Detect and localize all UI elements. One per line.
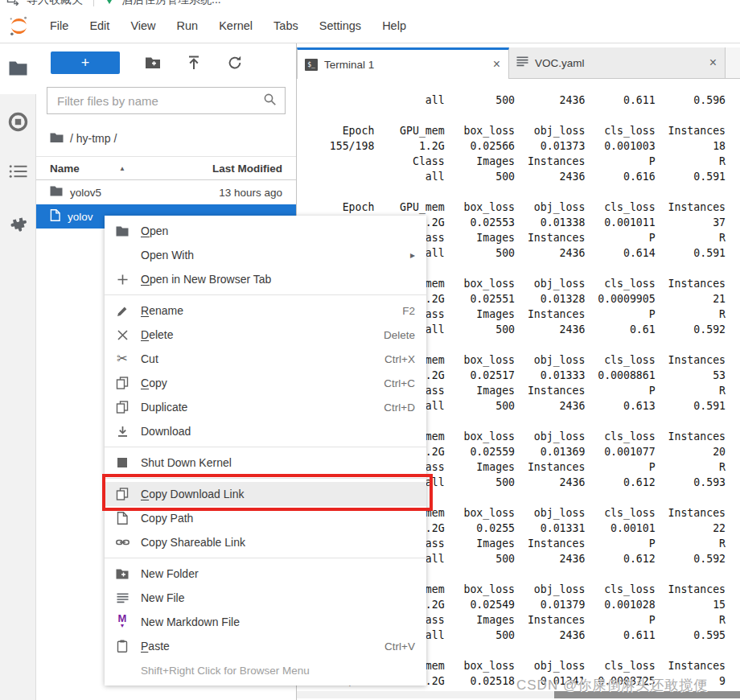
file-list-header: Name ▲ Last Modified (36, 156, 296, 180)
menu-separator (105, 558, 426, 558)
menu-help[interactable]: Help (372, 14, 417, 37)
menu-item-label: Shut Down Kernel (141, 456, 415, 469)
menu-item-new-markdown-file[interactable]: M▼New Markdown File (105, 610, 426, 634)
menu-bar: FileEditViewRunKernelTabsSettingsHelp (0, 9, 740, 43)
file-name: yolov (68, 211, 93, 223)
refresh-button[interactable] (227, 55, 243, 71)
last-modified-value: 13 hours ago (219, 187, 282, 199)
file-lines-icon (114, 593, 130, 603)
filter-placeholder: Filter files by name (57, 94, 263, 108)
menu-item-label: Open in New Browser Tab (141, 273, 415, 286)
context-menu: OpenOpen With▸Open in New Browser TabRen… (105, 216, 426, 686)
menu-item-label: Open (141, 224, 415, 237)
menu-tabs[interactable]: Tabs (263, 14, 309, 37)
menu-item-rename[interactable]: RenameF2 (105, 299, 426, 323)
close-icon (114, 330, 130, 340)
jupyterlab-window: 导入收藏夹 酒店住房管理系统... FileEditViewRunKernelT… (0, 0, 740, 700)
menu-item-label: Shift+Right Click for Browser Menu (141, 665, 415, 677)
menu-item-copy-shareable-link[interactable]: Copy Shareable Link (105, 530, 426, 554)
file-row-yolov5[interactable]: yolov513 hours ago (36, 180, 296, 204)
menu-item-new-file[interactable]: New File (105, 586, 426, 610)
menu-item-delete[interactable]: DeleteDelete (105, 323, 426, 347)
bookmarks-divider (93, 0, 94, 6)
new-launcher-button[interactable]: + (51, 51, 120, 74)
jupyter-logo (8, 15, 30, 37)
download-icon (114, 426, 130, 438)
breadcrumb[interactable]: / hy-tmp / (36, 129, 296, 148)
menu-separator (105, 294, 426, 295)
menu-run[interactable]: Run (166, 14, 209, 37)
file-icon (114, 512, 130, 525)
markdown-icon: M▼ (114, 615, 130, 629)
import-favorites-label[interactable]: 导入收藏夹 (27, 0, 83, 7)
paste-icon (114, 640, 130, 653)
column-last-modified[interactable]: Last Modified (212, 163, 282, 175)
filter-files-input[interactable]: Filter files by name (47, 87, 286, 114)
activity-bar (0, 43, 36, 700)
menu-item-shortcut: Ctrl+C (384, 377, 415, 389)
menu-item-paste[interactable]: PasteCtrl+V (105, 634, 426, 658)
folder-icon (114, 226, 130, 237)
plus-icon (114, 274, 130, 286)
menu-edit[interactable]: Edit (79, 14, 120, 37)
file-lines-icon (516, 56, 528, 69)
pencil-icon (114, 305, 130, 317)
menu-item-open[interactable]: Open (105, 219, 426, 243)
scissors-icon: ✂ (114, 352, 130, 365)
copy-icon (114, 377, 130, 389)
home-folder-icon[interactable] (50, 132, 64, 146)
menu-item-open-with[interactable]: Open With▸ (105, 243, 426, 267)
terminal-icon: $_ (305, 59, 318, 71)
tab-voc-yaml[interactable]: VOC.yaml× (509, 47, 726, 78)
menu-item-label: New Folder (141, 567, 415, 580)
menu-view[interactable]: View (120, 14, 166, 37)
link-icon (114, 537, 130, 547)
menu-item-cut[interactable]: ✂CutCtrl+X (105, 347, 426, 371)
menu-item-label: New Markdown File (141, 616, 415, 628)
menu-item-new-folder[interactable]: New Folder (105, 562, 426, 586)
close-icon[interactable]: × (493, 58, 500, 71)
sort-ascending-icon[interactable]: ▲ (119, 165, 212, 172)
menu-separator (105, 447, 426, 447)
menu-item-label: Paste (141, 640, 370, 653)
copy-icon (114, 401, 130, 414)
bookmark-site-label[interactable]: 酒店住房管理系统... (121, 0, 221, 7)
menu-settings[interactable]: Settings (309, 14, 372, 37)
new-folder-icon (114, 569, 130, 579)
running-kernels-icon[interactable] (0, 112, 36, 132)
close-icon[interactable]: × (709, 56, 717, 69)
folder-icon[interactable] (0, 61, 36, 76)
red-annotation-box (102, 474, 433, 511)
menu-item-label: Rename (141, 304, 388, 317)
upload-button[interactable] (186, 55, 202, 70)
tab-label: VOC.yaml (535, 57, 585, 69)
menu-item-download[interactable]: Download (105, 419, 426, 443)
menu-item-label: Download (141, 425, 415, 438)
menu-item-open-in-new-browser-tab[interactable]: Open in New Browser Tab (105, 267, 426, 291)
menu-item-shut-down-kernel[interactable]: Shut Down Kernel (105, 451, 426, 475)
menu-item-label: New File (141, 591, 415, 604)
menu-item-shortcut: Ctrl+D (384, 401, 415, 414)
menu-file[interactable]: File (39, 14, 79, 37)
menu-item-label: Cut (141, 352, 370, 365)
table-of-contents-icon[interactable] (0, 164, 36, 179)
menu-item-label: Copy Shareable Link (141, 536, 415, 549)
menu-kernel[interactable]: Kernel (208, 14, 263, 37)
tab-label: Terminal 1 (324, 59, 374, 71)
menu-item-duplicate[interactable]: DuplicateCtrl+D (105, 395, 426, 419)
file-name: yolov5 (70, 187, 101, 199)
bookmark-site-icon (105, 0, 114, 4)
import-favorites-icon (6, 0, 19, 8)
menu-item-label: Open With (141, 249, 410, 261)
tab-terminal-1[interactable]: $_Terminal 1× (297, 47, 509, 79)
new-folder-button[interactable] (145, 56, 161, 70)
menu-item-label: Duplicate (141, 401, 369, 414)
column-name[interactable]: Name (50, 163, 119, 175)
file-icon (50, 209, 60, 224)
menu-item-label: Copy Path (141, 512, 415, 525)
menu-item-shortcut: Delete (384, 329, 415, 341)
menu-item-shortcut: F2 (402, 305, 415, 317)
extensions-icon[interactable] (0, 216, 36, 236)
menu-item-label: Delete (141, 328, 369, 341)
menu-item-copy[interactable]: CopyCtrl+C (105, 371, 426, 395)
